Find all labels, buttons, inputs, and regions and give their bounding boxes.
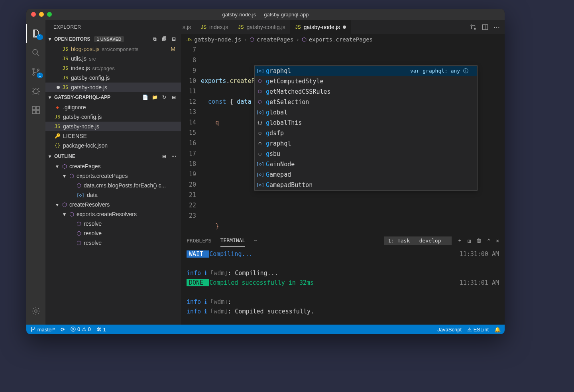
file-tree-item[interactable]: ◆.gitignore: [45, 102, 181, 112]
debug-tab[interactable]: [26, 81, 45, 100]
search-tab[interactable]: [26, 43, 45, 62]
svg-point-1: [33, 68, 34, 70]
outline-item[interactable]: ⬡resolve: [45, 229, 181, 238]
open-editors-header[interactable]: OPEN EDITORS 1 UNSAVED ⧉ 🗐 ⊟: [45, 34, 181, 44]
file-tree-item[interactable]: 🔑LICENSE: [45, 131, 181, 141]
outline-item[interactable]: ⬡resolve: [45, 238, 181, 248]
compare-icon[interactable]: [470, 24, 477, 31]
sync-icon[interactable]: ⟳: [61, 327, 65, 333]
new-file-icon[interactable]: ⧉: [151, 36, 159, 42]
outline-item[interactable]: ⬡createResolvers: [45, 200, 181, 209]
outline-item[interactable]: ⬡resolve: [45, 219, 181, 229]
terminal-output[interactable]: WAIT Compiling...11:31:00 AMinfo ℹ ｢wdm｣…: [181, 248, 505, 325]
collapse-icon[interactable]: ⊟: [160, 154, 168, 159]
new-folder-icon[interactable]: 📁: [151, 95, 159, 100]
completion-item[interactable]: ⬡getMatchedCSSRules: [255, 87, 477, 97]
extensions-tab[interactable]: [26, 100, 45, 120]
outline-item[interactable]: ⬡createPages: [45, 162, 181, 171]
terminal-line: info ℹ ｢wdm｣:: [187, 297, 499, 307]
svg-point-9: [35, 310, 37, 312]
completion-item[interactable]: ⬡getComputedStyle: [255, 76, 477, 87]
titlebar[interactable]: gatsby-node.js — gatsby-graphql-app: [26, 9, 505, 20]
more-icon[interactable]: ⋯: [170, 154, 178, 159]
file-icon: JS: [54, 114, 61, 120]
file-tree-item[interactable]: {}package-lock.json: [45, 141, 181, 150]
breadcrumb[interactable]: JS gatsby-node.js›⬡ createPages›⬡ export…: [181, 34, 505, 45]
completion-item[interactable]: [◇]GainNode: [255, 159, 477, 169]
more-icon[interactable]: ⋯: [254, 238, 257, 244]
symbol-method-icon: ⬡: [77, 182, 81, 189]
code-lines[interactable]: exports.createPages = async ({ actions, …: [201, 45, 505, 233]
file-path: src: [89, 56, 96, 62]
split-terminal-icon[interactable]: ◫: [468, 238, 471, 244]
completion-item[interactable]: [◇]graphqlvar graphql: any ⓘ: [255, 66, 477, 76]
explorer-tab[interactable]: 1: [26, 24, 45, 43]
kill-terminal-icon[interactable]: 🗑: [476, 238, 482, 244]
js-file-icon: JS: [238, 24, 244, 30]
file-icon: JS: [54, 124, 61, 129]
completion-item[interactable]: ▢graphql: [255, 138, 477, 149]
scm-tab[interactable]: 1: [26, 62, 45, 81]
completion-item[interactable]: [◇]Gamepad: [255, 169, 477, 180]
scm-badge: 1: [37, 73, 43, 78]
breadcrumb-item[interactable]: exports.createPages: [309, 36, 373, 43]
close-panel-icon[interactable]: ✕: [496, 238, 499, 244]
chevron-down-icon: [47, 36, 53, 42]
completion-item[interactable]: [◇]GamepadButton: [255, 180, 477, 190]
refresh-icon[interactable]: ↻: [160, 95, 168, 100]
completion-widget[interactable]: [◇]graphqlvar graphql: any ⓘ⬡getComputed…: [254, 65, 478, 191]
file-tree-item[interactable]: JSgatsby-config.js: [45, 112, 181, 122]
tab-truncated[interactable]: s.js: [181, 20, 196, 34]
project-header[interactable]: GATSBY-GRAPHQL-APP 📄 📁 ↻ ⊟: [45, 92, 181, 102]
git-branch-status[interactable]: master*: [30, 327, 55, 333]
open-editor-item[interactable]: JSutils.jssrc: [45, 54, 181, 63]
close-all-icon[interactable]: ⊟: [170, 36, 178, 42]
outline-header[interactable]: OUTLINE ⊟ ⋯: [45, 151, 181, 162]
language-mode[interactable]: JavaScript: [437, 327, 462, 333]
open-editor-item[interactable]: JSgatsby-node.js: [45, 83, 181, 92]
search-icon: [31, 48, 41, 57]
notifications-icon[interactable]: 🔔: [494, 327, 501, 333]
open-editor-item[interactable]: JSblog-post.jssrc/componentsM: [45, 44, 181, 54]
panel-tab-terminal[interactable]: TERMINAL: [220, 237, 246, 247]
eslint-status[interactable]: ⚠ ESLint: [467, 327, 489, 333]
outline-item[interactable]: [◇]data: [45, 190, 181, 200]
tab-label: index.js: [209, 24, 228, 30]
save-all-icon[interactable]: 🗐: [160, 36, 168, 42]
js-file-icon: JS: [62, 65, 69, 71]
file-tree-item[interactable]: JSgatsby-node.js: [45, 122, 181, 131]
code-editor[interactable]: 7891011121314151617181920212223 exports.…: [181, 45, 505, 233]
outline-item[interactable]: ⬡data.cms.blogPosts.forEach() c...: [45, 181, 181, 190]
error-count[interactable]: ⓧ 0 ⚠ 0: [71, 326, 90, 333]
chevron-up-icon[interactable]: ⌃: [487, 238, 490, 244]
split-editor-icon[interactable]: [482, 24, 489, 31]
new-file-icon[interactable]: 📄: [141, 95, 149, 100]
open-editor-item[interactable]: JSindex.jssrc/pages: [45, 63, 181, 73]
open-editor-item[interactable]: JSgatsby-config.js: [45, 73, 181, 83]
editor-tab[interactable]: JSgatsby-node.js: [291, 20, 351, 34]
symbol-keyword-icon: {}: [256, 118, 263, 128]
panel-tab-problems[interactable]: PROBLEMS: [187, 238, 212, 244]
editor-tab[interactable]: JSindex.js: [196, 20, 233, 34]
editor-tab[interactable]: JSgatsby-config.js: [233, 20, 290, 34]
unsaved-badge: 1 UNSAVED: [94, 36, 124, 42]
completion-item[interactable]: [◇]global: [255, 107, 477, 118]
outline-item[interactable]: ⬡exports.createResolvers: [45, 209, 181, 219]
breadcrumb-item[interactable]: createPages: [257, 36, 294, 43]
symbol-variable-icon: [◇]: [256, 107, 263, 118]
completion-item[interactable]: ▢gdsfp: [255, 128, 477, 138]
new-terminal-icon[interactable]: ＋: [457, 237, 462, 244]
completion-item[interactable]: {}globalThis: [255, 118, 477, 128]
terminal-select[interactable]: 1: Task - develop: [384, 236, 451, 245]
more-icon[interactable]: ⋯: [493, 24, 500, 31]
outline-item[interactable]: ⬡exports.createPages: [45, 171, 181, 181]
completion-item[interactable]: ⬡getSelection: [255, 97, 477, 107]
svg-rect-5: [32, 106, 35, 110]
tools-status[interactable]: 🛠 1: [96, 327, 106, 333]
collapse-icon[interactable]: ⊟: [170, 95, 178, 100]
sidebar: EXPLORER OPEN EDITORS 1 UNSAVED ⧉ 🗐 ⊟ JS…: [45, 20, 181, 325]
completion-item[interactable]: ▢gsbu: [255, 149, 477, 159]
breadcrumb-item[interactable]: gatsby-node.js: [194, 36, 241, 43]
completion-detail: var graphql: any ⓘ: [410, 66, 477, 76]
settings-tab[interactable]: [26, 301, 45, 321]
